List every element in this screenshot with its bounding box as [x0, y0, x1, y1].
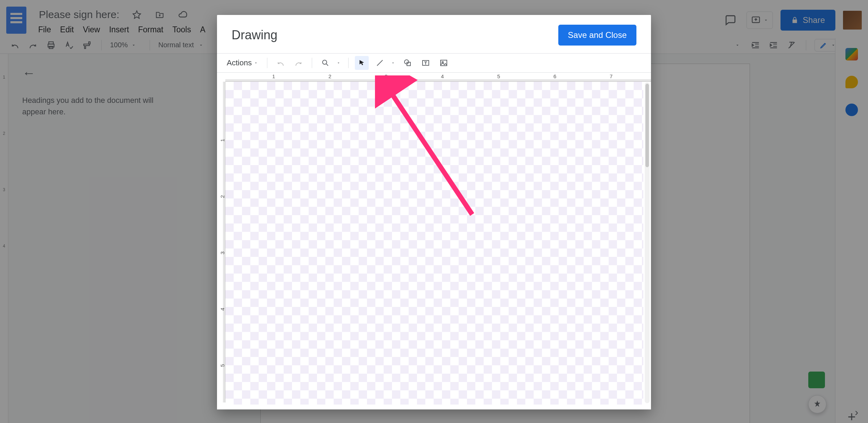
select-tool-icon[interactable] — [355, 56, 369, 70]
ruler-tick: 5 — [497, 73, 500, 79]
drawing-canvas[interactable] — [225, 82, 643, 405]
chevron-down-icon — [254, 61, 258, 65]
svg-point-4 — [323, 60, 327, 64]
drawing-dialog: Drawing Save and Close Actions — [217, 15, 651, 409]
drawing-vertical-ruler: 1 2 3 4 5 — [217, 82, 225, 402]
drawing-scrollbar[interactable] — [645, 82, 650, 403]
svg-rect-8 — [441, 60, 447, 66]
actions-label: Actions — [227, 58, 252, 67]
textbox-tool-icon[interactable] — [419, 56, 433, 70]
ruler-tick: 2 — [328, 73, 331, 79]
line-dropdown-icon[interactable] — [391, 61, 397, 65]
ruler-tick: 3 — [219, 252, 225, 254]
line-tool-icon[interactable] — [373, 56, 387, 70]
zoom-tool-icon[interactable] — [318, 56, 332, 70]
image-tool-icon[interactable] — [437, 56, 451, 70]
ruler-tick: 2 — [219, 195, 225, 198]
dialog-title: Drawing — [232, 28, 277, 42]
drawing-canvas-area: 1 2 3 4 5 6 7 1 2 3 4 5 — [217, 73, 651, 409]
undo-icon[interactable] — [274, 56, 287, 70]
drawing-horizontal-ruler: 1 2 3 4 5 6 7 — [225, 73, 651, 82]
zoom-dropdown-icon[interactable] — [336, 61, 342, 65]
ruler-tick: 5 — [219, 364, 225, 367]
ruler-tick: 6 — [553, 73, 556, 79]
drawing-toolbar: Actions — [217, 53, 651, 73]
save-and-close-button[interactable]: Save and Close — [558, 25, 636, 46]
actions-menu[interactable]: Actions — [227, 58, 261, 67]
ruler-tick: 4 — [219, 308, 225, 311]
redo-icon[interactable] — [292, 56, 306, 70]
ruler-tick: 1 — [272, 73, 275, 79]
ruler-tick: 1 — [219, 139, 225, 142]
ruler-tick: 7 — [610, 73, 612, 79]
ruler-tick: 3 — [385, 73, 387, 79]
shape-tool-icon[interactable] — [401, 56, 415, 70]
ruler-tick: 4 — [441, 73, 444, 79]
